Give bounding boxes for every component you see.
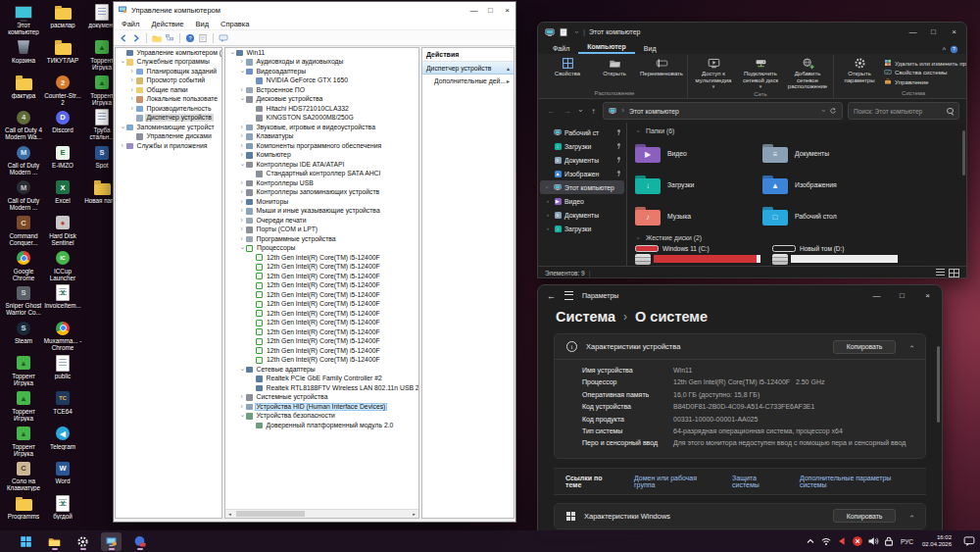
desktop-icon[interactable]: ●Hard Disk Sentinel	[43, 213, 82, 248]
clock[interactable]: 16:02 02.04.2026	[919, 534, 955, 548]
vertical-scrollbar[interactable]	[962, 130, 965, 176]
related-link[interactable]: Дополнительные параметры системы	[800, 475, 914, 488]
desktop-icon[interactable]: ▲Торрент Игрука	[4, 388, 43, 424]
desktop-icon[interactable]: WWord	[43, 458, 82, 493]
console-tree-icon[interactable]	[165, 33, 174, 43]
minimize-ribbon-icon[interactable]: ^	[943, 46, 946, 53]
device-tree-item[interactable]: KINGSTON SA2000M8/250G	[225, 114, 418, 124]
desktop-icon[interactable]: ◀Telegram	[43, 424, 82, 459]
desktop-icon[interactable]: MCall of Duty Modern ...	[4, 177, 43, 213]
tree-expand-icon[interactable]: ›	[238, 208, 245, 214]
device-tree-item[interactable]: ›Мониторы	[225, 197, 418, 207]
explorer-titlebar[interactable]: › | Этот компьютер — □ ×	[538, 23, 966, 41]
tree-expand-icon[interactable]: ›	[128, 69, 135, 75]
collapse-icon[interactable]: ›	[907, 345, 916, 348]
desktop-icon[interactable]: Этот компьютер	[4, 2, 43, 37]
minimize-icon[interactable]: —	[868, 289, 885, 303]
address-bar[interactable]: › Этот компьютер ›	[603, 102, 843, 120]
ribbon-button[interactable]: Открыть параметры	[837, 55, 882, 89]
device-tree-item[interactable]: ›Клавиатуры	[225, 132, 418, 142]
disk-tile[interactable]: Windows 11 (C:)	[635, 245, 760, 265]
menu-item[interactable]: Вид	[189, 20, 215, 28]
device-tree-item[interactable]: Hitachi HDS721010CLA332	[225, 104, 418, 114]
desktop-icon[interactable]: public	[43, 353, 82, 388]
device-tree-item[interactable]: ›Сетевые адаптеры	[225, 365, 418, 375]
address-dropdown-icon[interactable]: ›	[820, 108, 826, 115]
device-tree-item[interactable]: ›Встроенное ПО	[225, 85, 418, 95]
desktop-icon[interactable]: 2Counter-Str... 2	[43, 73, 82, 108]
desktop-icon[interactable]: фактура	[4, 73, 43, 108]
desktop-icon[interactable]: 4Call of Duty 4 Modern Wa...	[4, 107, 43, 142]
sidebar-item[interactable]: ▲Изображен	[538, 167, 626, 180]
breadcrumb-system[interactable]: Система	[556, 309, 615, 325]
menu-item[interactable]: Справка	[215, 20, 255, 28]
tab-Вид[interactable]: Вид	[635, 44, 665, 54]
dialog-icon[interactable]	[219, 33, 228, 43]
console-tree-item[interactable]: ›Служебные программы	[116, 58, 221, 68]
actions-more[interactable]: Дополнительные дей... ▸	[422, 75, 514, 87]
desktop-icon[interactable]: TCTCE64	[43, 388, 82, 424]
tree-expand-icon[interactable]: ›	[238, 152, 245, 158]
device-tree-item[interactable]: Realtek PCIe GbE Family Controller #2	[225, 375, 418, 384]
tree-expand-icon[interactable]: ›	[238, 125, 245, 130]
desktop-icon[interactable]: Programms	[4, 493, 43, 528]
details-view-icon[interactable]	[936, 269, 945, 276]
device-tree-item[interactable]: ›Программные устройства	[225, 234, 418, 244]
ribbon-button[interactable]: Доступ к мультимедиа▾	[691, 55, 736, 90]
device-tree-item[interactable]: 12th Gen Intel(R) Core(TM) i5-12400F	[225, 309, 418, 319]
device-tree-item[interactable]: ›Компьютер	[225, 151, 418, 161]
copy-button[interactable]: Копировать	[833, 509, 897, 523]
desktop-icon[interactable]: EE-IMZO	[43, 142, 82, 177]
menu-icon[interactable]	[564, 291, 573, 300]
maximize-icon[interactable]: □	[894, 289, 910, 303]
ribbon-button[interactable]: Подключить сетевой диск▾	[738, 55, 783, 90]
tree-expand-icon[interactable]: ›	[119, 143, 125, 149]
desktop-icon[interactable]: XExcel	[43, 177, 82, 213]
tree-expand-icon[interactable]: ›	[238, 180, 245, 186]
device-tree-item[interactable]: 12th Gen Intel(R) Core(TM) i5-12400F	[225, 356, 418, 366]
search-input[interactable]: Поиск: Этот компьютер	[848, 102, 959, 120]
tree-expand-icon[interactable]: ›	[128, 87, 135, 93]
maximize-icon[interactable]: □	[482, 3, 499, 17]
tree-expand-icon[interactable]: ›	[238, 189, 245, 195]
collapse-icon[interactable]: ›	[636, 234, 642, 241]
up-icon[interactable]: ↑	[587, 107, 600, 116]
sidebar-item[interactable]: ›↓Загрузки	[538, 222, 626, 235]
device-tree-item[interactable]: ›Дисковые устройства	[225, 95, 418, 105]
device-tree-item[interactable]: ›Порты (COM и LPT)	[225, 226, 418, 235]
console-tree-item[interactable]: ›Просмотр событий	[116, 76, 221, 86]
folder-tile[interactable]: ♪Музыка	[635, 200, 762, 231]
export-list-icon[interactable]	[198, 33, 208, 43]
desktop-icon[interactable]: Xбугдой	[43, 493, 82, 528]
search-icon[interactable]	[947, 108, 954, 115]
device-tree-item[interactable]: 12th Gen Intel(R) Core(TM) i5-12400F	[225, 327, 418, 337]
hidden-icons-chevron-icon[interactable]	[805, 535, 816, 547]
disks-section-header[interactable]: › Жесткие диски (2)	[635, 232, 958, 243]
folder-tile[interactable]: ↓Загрузки	[635, 169, 762, 200]
related-link[interactable]: Защита системы	[732, 475, 783, 488]
ribbon-small-button[interactable]: Управление	[884, 77, 966, 85]
back-icon[interactable]: ←	[545, 107, 558, 116]
device-tree-item[interactable]: Доверенный платформенный модуль 2.0	[225, 421, 418, 430]
tree-expand-icon[interactable]: ›	[128, 96, 135, 102]
console-tree-item[interactable]: ›Производительность	[116, 104, 221, 114]
console-tree-item[interactable]: ›Локальные пользовате	[116, 95, 221, 105]
device-tree-item[interactable]: 12th Gen Intel(R) Core(TM) i5-12400F	[225, 290, 418, 300]
menu-item[interactable]: Файл	[116, 20, 145, 28]
ribbon-small-button[interactable]: Удалить или изменить программу	[884, 59, 966, 67]
device-tree-item[interactable]: ›Контроллеры запоминающих устройств	[225, 188, 418, 198]
console-tree-item[interactable]: Диспетчер устройств	[116, 114, 221, 124]
ribbon-small-button[interactable]: Свойства системы	[884, 69, 966, 76]
actions-device-manager[interactable]: Диспетчер устройств ▴	[422, 62, 514, 75]
taskbar-app[interactable]	[129, 532, 150, 551]
sidebar-item[interactable]: ↓Загрузки	[538, 139, 626, 153]
tree-expand-icon[interactable]: ›	[238, 59, 245, 65]
device-tree-item[interactable]: 12th Gen Intel(R) Core(TM) i5-12400F	[225, 337, 418, 347]
device-specs-header[interactable]: i Характеристики устройства Копировать ›	[555, 334, 925, 359]
desktop-icon[interactable]: MCall of Duty Modern ...	[4, 142, 43, 177]
forward-icon[interactable]	[131, 33, 141, 43]
close-icon[interactable]: ×	[946, 25, 962, 39]
desktop-icon[interactable]: ▲Торрент Игрука	[4, 353, 43, 388]
device-tree-item[interactable]: 12th Gen Intel(R) Core(TM) i5-12400F	[225, 272, 418, 281]
device-tree-item[interactable]: 12th Gen Intel(R) Core(TM) i5-12400F	[225, 281, 418, 291]
